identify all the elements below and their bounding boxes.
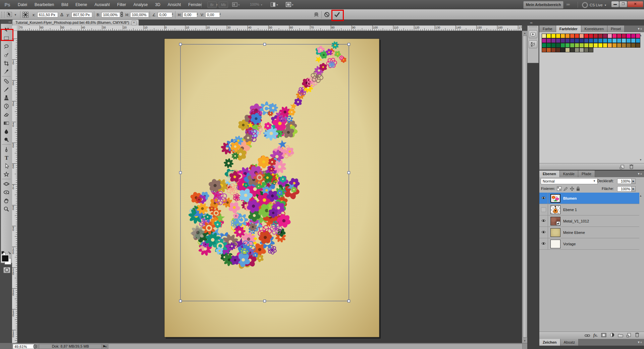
color-swatch[interactable] bbox=[593, 34, 598, 38]
path-selection-tool[interactable] bbox=[1, 162, 12, 170]
layers-scroll-up-icon[interactable]: ▲ bbox=[639, 194, 643, 197]
brush-tool[interactable] bbox=[1, 85, 12, 94]
color-swatch[interactable] bbox=[551, 38, 556, 43]
zoom-tool[interactable] bbox=[1, 205, 12, 213]
panel-menu-icon[interactable]: ▼≡ bbox=[637, 170, 644, 177]
color-swatch[interactable] bbox=[612, 43, 617, 48]
color-swatch[interactable] bbox=[626, 34, 631, 38]
color-swatch[interactable] bbox=[584, 43, 589, 48]
transform-handle[interactable] bbox=[264, 300, 266, 302]
panel-menu-icon[interactable]: ▼≡ bbox=[637, 339, 644, 346]
reference-point-locator[interactable] bbox=[22, 12, 29, 17]
menu-datei[interactable]: Datei bbox=[14, 0, 31, 9]
color-swatch[interactable] bbox=[598, 34, 603, 38]
adjustment-layer-icon[interactable] bbox=[610, 333, 614, 339]
lock-transparency-icon[interactable] bbox=[557, 186, 562, 192]
layer-row-meine-ebene[interactable]: Meine Ebene bbox=[539, 227, 639, 238]
menu-ansicht[interactable]: Ansicht bbox=[164, 0, 184, 9]
vertical-ruler[interactable]: 0102030405060708090100110120130140 bbox=[12, 31, 17, 343]
color-swatch[interactable] bbox=[546, 34, 551, 38]
fill-field[interactable]: 100% bbox=[617, 186, 632, 192]
color-swatch[interactable] bbox=[556, 48, 560, 52]
options-grip[interactable] bbox=[1, 12, 5, 17]
add-mask-icon[interactable] bbox=[601, 333, 606, 339]
layer-thumbnail[interactable] bbox=[550, 205, 560, 214]
color-swatch[interactable] bbox=[626, 43, 631, 48]
menu-auswahl[interactable]: Auswahl bbox=[91, 0, 113, 9]
transform-handle[interactable] bbox=[348, 43, 350, 46]
color-swatch[interactable] bbox=[593, 43, 598, 48]
layer-thumbnail[interactable] bbox=[550, 194, 560, 203]
layer-row-ebene-1[interactable]: Ebene 1 bbox=[539, 204, 639, 215]
color-swatch[interactable] bbox=[603, 43, 607, 48]
layer-visibility-toggle[interactable] bbox=[539, 227, 548, 238]
tab-close-icon[interactable]: × bbox=[131, 20, 137, 26]
color-swatch[interactable] bbox=[636, 43, 640, 48]
document-canvas[interactable] bbox=[17, 31, 522, 343]
vertical-scroll-thumb[interactable] bbox=[523, 36, 527, 338]
color-swatch[interactable] bbox=[560, 34, 565, 38]
color-swatch[interactable] bbox=[565, 34, 570, 38]
color-swatch[interactable] bbox=[603, 34, 607, 38]
tab-korrekturen[interactable]: Korrekturen bbox=[581, 26, 607, 32]
color-swatch[interactable] bbox=[570, 48, 575, 52]
tab-zeichen[interactable]: Zeichen bbox=[539, 339, 560, 346]
color-swatch[interactable] bbox=[579, 48, 584, 52]
blur-tool[interactable] bbox=[1, 127, 12, 136]
color-swatch[interactable] bbox=[622, 38, 626, 43]
color-swatch[interactable] bbox=[589, 38, 593, 43]
width-scale-field[interactable]: 100,00% bbox=[101, 12, 120, 17]
color-swatch[interactable] bbox=[579, 43, 584, 48]
color-swatch[interactable] bbox=[542, 38, 546, 43]
maintain-aspect-link-icon[interactable] bbox=[120, 11, 123, 17]
color-swatch[interactable] bbox=[622, 43, 626, 48]
opacity-field[interactable]: 100% bbox=[617, 179, 632, 184]
relative-position-toggle[interactable]: Δ bbox=[60, 12, 63, 17]
color-swatch[interactable] bbox=[575, 48, 579, 52]
color-swatch[interactable] bbox=[636, 38, 640, 43]
color-swatch[interactable] bbox=[607, 43, 612, 48]
scroll-left-icon[interactable]: ◀ bbox=[105, 345, 106, 348]
horizontal-scrollbar[interactable] bbox=[108, 344, 523, 349]
cancel-transform-button[interactable] bbox=[324, 12, 330, 17]
history-panel-icon[interactable] bbox=[529, 40, 537, 48]
vertical-scrollbar[interactable]: ▲ ▼ bbox=[522, 31, 527, 343]
3d-rotate-tool[interactable] bbox=[1, 180, 12, 188]
color-swatch[interactable] bbox=[598, 38, 603, 43]
transform-handle[interactable] bbox=[264, 43, 266, 46]
new-layer-icon[interactable] bbox=[627, 333, 632, 339]
height-scale-field[interactable]: 100,00% bbox=[130, 12, 149, 17]
layer-thumbnail[interactable] bbox=[550, 240, 560, 248]
launch-mini-bridge-button[interactable]: Mb bbox=[219, 2, 228, 8]
color-swatch[interactable] bbox=[542, 34, 546, 38]
menu-analyse[interactable]: Analyse bbox=[130, 0, 152, 9]
lasso-tool[interactable] bbox=[1, 42, 12, 51]
layer-thumbnail[interactable] bbox=[550, 217, 560, 226]
transform-handle[interactable] bbox=[179, 300, 182, 302]
color-swatch[interactable] bbox=[617, 38, 622, 43]
dock-header[interactable]: «« bbox=[527, 20, 644, 26]
color-swatch[interactable] bbox=[617, 43, 622, 48]
color-swatch[interactable] bbox=[570, 38, 575, 43]
dodge-tool[interactable] bbox=[1, 136, 12, 144]
type-tool[interactable]: T bbox=[1, 153, 12, 162]
crop-tool[interactable] bbox=[1, 59, 12, 67]
color-swatch[interactable] bbox=[589, 43, 593, 48]
color-swatch[interactable] bbox=[575, 34, 579, 38]
horizontal-ruler[interactable]: 7060504030201001020304050607080901001101… bbox=[17, 26, 522, 31]
fill-spinner[interactable]: ▶ bbox=[631, 186, 636, 192]
restore-button[interactable]: ❐ bbox=[619, 1, 627, 7]
h-skew-field[interactable]: 0,00 bbox=[182, 12, 197, 17]
arrange-documents-icon[interactable]: ▼ bbox=[270, 2, 278, 8]
lock-position-icon[interactable] bbox=[570, 186, 575, 192]
layer-row-metal-v1-1012[interactable]: Metal_V1_1012 bbox=[539, 215, 639, 227]
tab-kan-le[interactable]: Kanäle bbox=[560, 170, 578, 177]
x-position-field[interactable]: 611,50 Px bbox=[37, 12, 58, 17]
layer-visibility-toggle[interactable] bbox=[539, 215, 548, 227]
menu-fenster[interactable]: Fenster bbox=[184, 0, 206, 9]
quick-selection-tool[interactable] bbox=[1, 51, 12, 59]
menu-filter[interactable]: Filter bbox=[113, 0, 130, 9]
color-swatch[interactable] bbox=[551, 34, 556, 38]
lock-pixels-icon[interactable] bbox=[563, 186, 568, 192]
color-swatch[interactable] bbox=[542, 48, 546, 52]
